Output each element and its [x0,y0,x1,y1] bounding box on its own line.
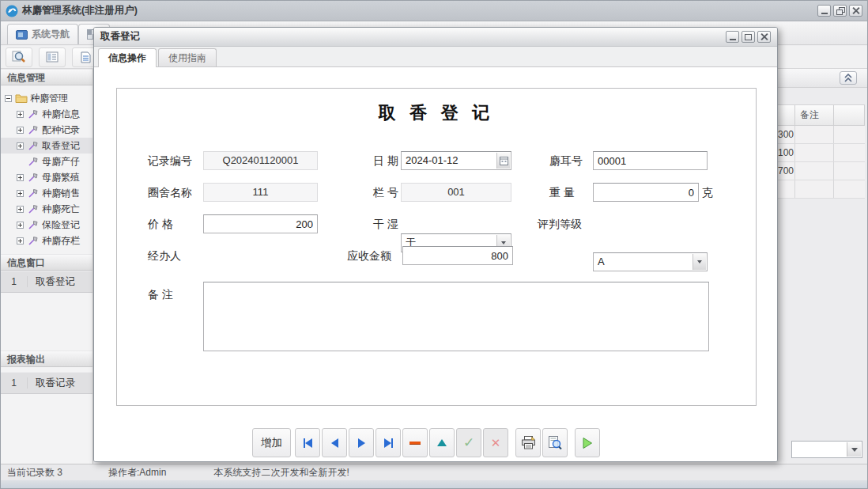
app-logo-icon [6,5,18,17]
tree-node[interactable]: 母麝繁殖 [1,169,93,185]
stall-no-label: 栏 号 [373,183,398,202]
dialog-maximize-button[interactable] [742,31,755,43]
print-preview-button[interactable] [542,428,568,457]
ear-no-input[interactable] [593,151,708,170]
report-button[interactable] [39,47,66,67]
last-icon [384,438,391,448]
price-input[interactable] [203,214,318,233]
date-picker[interactable]: 2024-01-12 [401,151,511,170]
window-bottom-edge [1,480,867,489]
tab-info-operation[interactable]: 信息操作 [98,48,157,67]
info-window-item[interactable]: 1 取香登记 [1,271,93,293]
tree-node[interactable]: 种麝销售 [1,185,93,201]
minimize-icon [821,13,828,14]
close-button[interactable] [849,5,862,17]
grid-header-cell [834,105,865,125]
record-count-status: 当前记录数 3 [7,466,62,480]
previous-record-button[interactable] [322,428,347,457]
expand-toggle-icon[interactable] [17,174,24,181]
system-message: 本系统支持二次开发和全新开发! [213,466,349,480]
section-info-management[interactable]: 信息管理 [1,69,93,85]
check-icon: ✓ [463,436,474,449]
dialog-title: 取香登记 [100,30,726,44]
grid-row[interactable]: 300 [778,126,865,144]
previous-icon [331,438,338,448]
restore-button[interactable] [833,5,847,17]
first-record-button[interactable] [295,428,320,457]
expand-toggle-icon[interactable] [17,222,24,229]
first-icon [305,438,312,448]
expand-toggle-icon[interactable] [17,206,24,213]
operator-status: 操作者:Admin [108,466,166,480]
combobox-dropdown-button[interactable] [847,442,861,457]
pen-name-label: 圈舍名称 [148,183,192,202]
sidebar: 信息管理 种麝管理 种麝信息 配种记录 [1,69,93,464]
item-label: 取香登记 [28,275,75,289]
amount-due-input[interactable] [402,246,513,265]
grade-select[interactable]: A [593,252,708,271]
tree-node[interactable]: 种麝信息 [1,106,93,122]
x-icon: ✕ [491,437,501,449]
item-index: 1 [1,377,28,389]
remarks-textarea[interactable] [203,282,709,351]
weight-unit: 克 [702,183,713,202]
print-button[interactable] [515,428,541,457]
tree-node-selected[interactable]: 取香登记 [1,138,93,154]
grid-header-row: 备注 [778,104,865,126]
section-report-output[interactable]: 报表输出 [1,351,93,367]
confirm-button[interactable]: ✓ [456,428,481,457]
tree-node[interactable]: 配种记录 [1,122,93,138]
printer-icon [521,436,536,449]
tree-node[interactable]: 种麝存栏 [1,233,93,248]
edit-record-button[interactable] [429,428,455,457]
tree-node[interactable]: 种麝死亡 [1,201,93,217]
search-icon [12,51,26,63]
expand-toggle-icon[interactable] [17,127,24,134]
run-button[interactable] [575,428,600,457]
add-button[interactable]: 增加 [252,428,291,457]
dialog-titlebar[interactable]: 取香登记 [94,28,777,47]
section-info-window[interactable]: 信息窗口 [1,254,93,271]
dialog-close-button[interactable] [757,31,771,43]
report-output-item[interactable]: 1 取香记录 [1,372,93,394]
form-title: 取 香 登 记 [117,101,756,125]
cancel-button[interactable]: ✕ [483,428,508,457]
dialog-minimize-button[interactable] [726,31,739,43]
grid-row[interactable]: 700 [778,162,865,180]
tool-icon [27,219,40,230]
tool-icon [27,108,40,119]
play-icon [582,437,593,449]
collapse-panel-button[interactable] [840,71,857,85]
calendar-button[interactable] [496,153,510,169]
tool-icon [27,140,40,151]
tree-node[interactable]: 保险登记 [1,217,93,233]
monitor-icon [16,30,28,40]
last-record-button[interactable] [376,428,401,457]
triangle-up-icon [437,439,447,446]
tab-user-guide[interactable]: 使用指南 [158,48,217,66]
background-combobox[interactable] [791,441,862,458]
search-button[interactable] [6,47,32,67]
expand-toggle-icon[interactable] [17,190,24,197]
grid-row[interactable] [778,180,865,199]
tree-node-breeding-mgmt[interactable]: 种麝管理 [1,90,93,106]
window-title: 林麝管理系统(非注册用户) [22,4,817,17]
expand-toggle-icon[interactable] [17,237,24,244]
minimize-button[interactable] [817,5,831,17]
grid-row[interactable]: 100 [778,144,865,162]
expand-toggle-icon[interactable] [17,142,24,150]
delete-record-button[interactable] [402,428,428,457]
record-no-field: Q202401120001 [203,151,318,170]
weight-input[interactable] [593,183,699,202]
next-record-button[interactable] [349,428,374,457]
report-icon [46,51,58,63]
calendar-icon [500,156,508,165]
tab-system-nav[interactable]: 系统导航 [7,24,78,44]
dropdown-button[interactable] [693,254,706,270]
tree-node[interactable]: 母麝产仔 [1,154,93,169]
tool-icon [27,172,40,183]
collapse-toggle-icon[interactable] [5,95,12,102]
expand-toggle-icon[interactable] [17,111,24,118]
date-label: 日 期 [373,151,398,170]
document-icon [81,51,91,63]
